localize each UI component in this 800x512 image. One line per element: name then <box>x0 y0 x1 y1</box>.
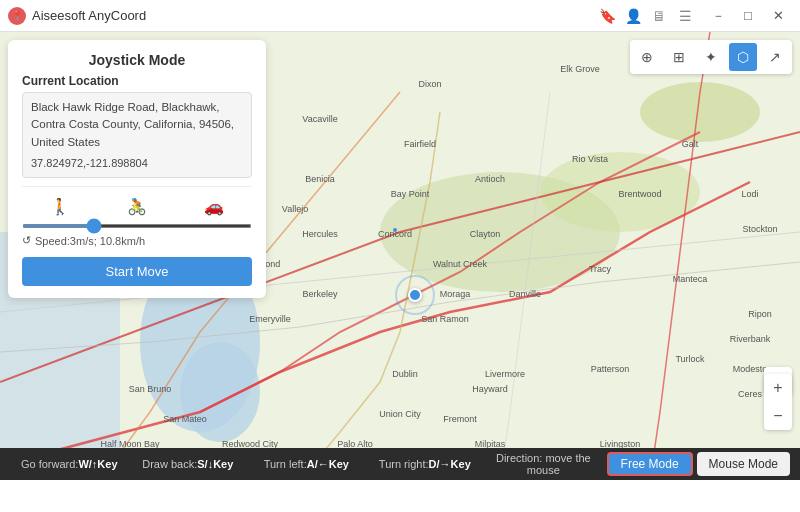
svg-point-58 <box>393 228 397 232</box>
status-back: Draw back:S/↓Key <box>129 458 248 470</box>
svg-text:Galt: Galt <box>682 139 699 149</box>
status-forward: Go forward:W/↑Key <box>10 458 129 470</box>
drive-mode-button[interactable]: 🚗 <box>198 195 230 218</box>
svg-text:Elk Grove: Elk Grove <box>560 64 600 74</box>
svg-text:Dublin: Dublin <box>392 369 418 379</box>
svg-text:Rio Vista: Rio Vista <box>572 154 608 164</box>
zoom-out-button[interactable]: − <box>764 402 792 430</box>
coordinates-text: 37.824972,-121.898804 <box>31 155 243 172</box>
svg-text:Emeryville: Emeryville <box>249 314 291 324</box>
joystick-map-button[interactable]: ⬡ <box>729 43 757 71</box>
svg-text:Lodi: Lodi <box>741 189 758 199</box>
speed-slider-row <box>22 224 252 228</box>
titlebar-toolbar: 🔖 👤 🖥 ☰ <box>596 5 696 27</box>
svg-text:Danville: Danville <box>509 289 541 299</box>
menu-icon[interactable]: ☰ <box>674 5 696 27</box>
section-label: Current Location <box>22 74 252 88</box>
svg-text:San Ramon: San Ramon <box>421 314 469 324</box>
status-left: Turn left:A/←Key <box>247 458 366 470</box>
zoom-in-button[interactable]: + <box>764 374 792 402</box>
bookmark-icon[interactable]: 🔖 <box>596 5 618 27</box>
svg-text:Moraga: Moraga <box>440 289 471 299</box>
svg-text:Vallejo: Vallejo <box>282 204 308 214</box>
statusbar: Go forward:W/↑Key Draw back:S/↓Key Turn … <box>0 448 800 480</box>
speed-icon: ↺ <box>22 234 31 247</box>
svg-point-3 <box>180 342 260 442</box>
svg-text:Tracy: Tracy <box>589 264 612 274</box>
svg-text:Walnut Creek: Walnut Creek <box>433 259 488 269</box>
svg-text:Livermore: Livermore <box>485 369 525 379</box>
divider <box>22 186 252 187</box>
svg-text:Union City: Union City <box>379 409 421 419</box>
path-button[interactable]: ✦ <box>697 43 725 71</box>
svg-text:Benicia: Benicia <box>305 174 335 184</box>
user-icon[interactable]: 👤 <box>622 5 644 27</box>
address-box: Black Hawk Ridge Road, Blackhawk, Contra… <box>22 92 252 178</box>
status-right: Turn right:D/→Key <box>366 458 485 470</box>
speed-slider[interactable] <box>22 224 252 228</box>
titlebar: Aiseesoft AnyCoord 🔖 👤 🖥 ☰ － □ ✕ <box>0 0 800 32</box>
address-text: Black Hawk Ridge Road, Blackhawk, Contra… <box>31 101 234 148</box>
svg-text:Antioch: Antioch <box>475 174 505 184</box>
svg-text:Vacaville: Vacaville <box>302 114 337 124</box>
zoom-controls: + − <box>764 374 792 430</box>
panel-title: Joystick Mode <box>22 52 252 68</box>
restore-button[interactable]: □ <box>734 5 762 27</box>
svg-text:Stockton: Stockton <box>742 224 777 234</box>
svg-text:Hercules: Hercules <box>302 229 338 239</box>
svg-text:Brentwood: Brentwood <box>618 189 661 199</box>
map-controls: ⊕ ⊞ ✦ ⬡ ↗ <box>630 40 792 74</box>
svg-text:Ripon: Ripon <box>748 309 772 319</box>
export-button[interactable]: ↗ <box>761 43 789 71</box>
svg-text:Bay Point: Bay Point <box>391 189 430 199</box>
waypoint-button[interactable]: ⊞ <box>665 43 693 71</box>
app-logo <box>8 7 26 25</box>
svg-text:Manteca: Manteca <box>673 274 708 284</box>
speed-modes: 🚶 🚴 🚗 <box>22 195 252 218</box>
svg-text:Berkeley: Berkeley <box>302 289 338 299</box>
joystick-panel: Joystick Mode Current Location Black Haw… <box>8 40 266 298</box>
speed-text: Speed:3m/s; 10.8km/h <box>35 235 145 247</box>
svg-text:San Mateo: San Mateo <box>163 414 207 424</box>
location-marker <box>408 288 422 302</box>
minimize-button[interactable]: － <box>704 5 732 27</box>
main-area: Santa Rosa Dixon Elk Grove Vacaville Fai… <box>0 32 800 480</box>
svg-text:Modesto: Modesto <box>733 364 768 374</box>
bike-mode-button[interactable]: 🚴 <box>121 195 153 218</box>
svg-text:Ceres: Ceres <box>738 389 763 399</box>
speed-info: ↺ Speed:3m/s; 10.8km/h <box>22 234 252 247</box>
svg-text:San Bruno: San Bruno <box>129 384 172 394</box>
svg-text:Clayton: Clayton <box>470 229 501 239</box>
monitor-icon[interactable]: 🖥 <box>648 5 670 27</box>
mouse-mode-button[interactable]: Mouse Mode <box>697 452 790 476</box>
walk-mode-button[interactable]: 🚶 <box>44 195 76 218</box>
close-button[interactable]: ✕ <box>764 5 792 27</box>
svg-text:Dixon: Dixon <box>418 79 441 89</box>
start-move-button[interactable]: Start Move <box>22 257 252 286</box>
svg-text:Fremont: Fremont <box>443 414 477 424</box>
locate-map-button[interactable]: ⊕ <box>633 43 661 71</box>
svg-text:Riverbank: Riverbank <box>730 334 771 344</box>
svg-text:Turlock: Turlock <box>675 354 705 364</box>
free-mode-button[interactable]: Free Mode <box>607 452 693 476</box>
window-controls: － □ ✕ <box>704 5 792 27</box>
svg-text:Fairfield: Fairfield <box>404 139 436 149</box>
svg-text:Hayward: Hayward <box>472 384 508 394</box>
status-direction: Direction: move the mouse <box>484 452 603 476</box>
app-title: Aiseesoft AnyCoord <box>32 8 596 23</box>
svg-text:Patterson: Patterson <box>591 364 630 374</box>
